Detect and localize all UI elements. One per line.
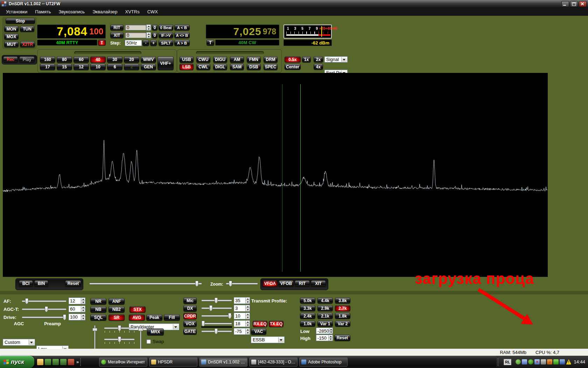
- filter-button[interactable]: 1.8k: [335, 313, 350, 319]
- band-button[interactable]: 17: [40, 64, 55, 70]
- band-button[interactable]: 6: [107, 64, 122, 70]
- display-avg-button[interactable]: Fill: [164, 314, 180, 321]
- band-button[interactable]: 10: [90, 64, 106, 70]
- tray-megafon-icon[interactable]: [528, 359, 533, 364]
- tray-network-icon[interactable]: [522, 359, 527, 364]
- cpdr-spinner[interactable]: [245, 313, 250, 319]
- band-button[interactable]: 20: [124, 56, 139, 63]
- zoom-4x-button[interactable]: 4x: [314, 64, 323, 70]
- quick-launch-overflow[interactable]: »: [76, 359, 79, 364]
- zoom-slider-thumb[interactable]: [229, 281, 232, 287]
- band-button[interactable]: 60: [74, 56, 89, 63]
- minimize-icon[interactable]: [561, 1, 569, 7]
- a-gt-b-button[interactable]: A > B: [174, 40, 190, 46]
- cpdr-slider[interactable]: [201, 315, 232, 317]
- agc-combo[interactable]: Custom: [3, 339, 35, 346]
- dsp-button[interactable]: SQL: [90, 314, 106, 321]
- a-lt-b-button[interactable]: A < B: [174, 25, 190, 30]
- drive-slider-thumb[interactable]: [63, 314, 66, 320]
- band-button[interactable]: GEN: [141, 64, 156, 70]
- pan-left-vslider-thumb[interactable]: [92, 328, 97, 331]
- xit-zero-button[interactable]: 0: [152, 32, 158, 38]
- x2tr-button[interactable]: X2TR: [20, 41, 35, 47]
- display-avg-button[interactable]: AVG: [129, 314, 145, 321]
- dx-slider-thumb[interactable]: [209, 305, 212, 311]
- vfo-select-button[interactable]: RIT: [295, 280, 310, 287]
- if-to-v-button[interactable]: IF->V: [159, 32, 173, 38]
- zero-beat-button[interactable]: 0 Beat: [159, 25, 173, 30]
- gate-slider-thumb[interactable]: [215, 328, 218, 334]
- mode-button[interactable]: FMN: [247, 56, 261, 63]
- panadapter-spectrum[interactable]: [3, 73, 548, 277]
- filter-button[interactable]: 4.4k: [317, 298, 333, 304]
- start-button[interactable]: пуск: [0, 356, 34, 368]
- task-button[interactable]: DnSDR v1.1.002 -- ...: [199, 357, 247, 367]
- vfoa-t-button[interactable]: T: [98, 40, 106, 46]
- step-size-field[interactable]: 50Hz: [125, 40, 142, 46]
- menu-item[interactable]: Эквалайзер: [89, 8, 121, 16]
- dsp-button[interactable]: NB: [90, 306, 106, 313]
- dsp-button[interactable]: NB2: [108, 306, 125, 313]
- vhf-plus-button[interactable]: VHF+: [158, 56, 174, 70]
- bci-button[interactable]: BCI: [19, 280, 33, 287]
- task-button[interactable]: HPSDR: [149, 357, 197, 367]
- band-button[interactable]: 40: [90, 56, 106, 63]
- xit-value-field[interactable]: 0: [125, 32, 146, 38]
- pan-position-slider[interactable]: [89, 283, 202, 285]
- mode-button[interactable]: LSB: [180, 64, 194, 70]
- vfo-select-button[interactable]: VFOB: [279, 280, 294, 287]
- stx-button[interactable]: STX: [130, 306, 146, 313]
- dx-slider[interactable]: [201, 307, 232, 309]
- mode-button[interactable]: CWL: [196, 64, 210, 70]
- band-button[interactable]: 30: [107, 56, 122, 63]
- play-button[interactable]: Play: [19, 56, 35, 63]
- filter-button[interactable]: 2.7k: [335, 305, 350, 311]
- center-button[interactable]: Center: [285, 64, 301, 70]
- vfo-select-button[interactable]: XIT: [311, 280, 326, 287]
- tray-display-icon[interactable]: [560, 359, 565, 364]
- rit-value-field[interactable]: 0: [125, 25, 146, 30]
- rit-zero-button[interactable]: 0: [152, 25, 158, 30]
- mic-button[interactable]: Mic: [183, 298, 197, 304]
- band-button[interactable]: 160: [40, 56, 55, 63]
- mon-button[interactable]: MON: [4, 26, 19, 32]
- filter-button[interactable]: 3.3k: [300, 305, 315, 311]
- mode-button[interactable]: SPEC: [264, 64, 278, 70]
- filter-button[interactable]: Var 2: [335, 321, 350, 327]
- drive-slider[interactable]: [22, 316, 66, 318]
- cpdr-value-field[interactable]: 10: [234, 313, 250, 319]
- mic-value-field[interactable]: 35: [234, 297, 250, 304]
- zoom-0-5x-button[interactable]: 0.5x: [285, 56, 301, 62]
- task-button[interactable]: Adobe Photoshop: [299, 357, 348, 367]
- filter-button[interactable]: 2.1k: [317, 313, 333, 319]
- tray-network-error-icon[interactable]: ×: [534, 359, 540, 364]
- mode-button[interactable]: DIGL: [213, 64, 227, 70]
- vox-button[interactable]: VOX: [183, 321, 197, 327]
- cpdr-button[interactable]: CPDR: [183, 313, 197, 319]
- dsp-button[interactable]: SR: [108, 314, 125, 321]
- filter-low-spinner[interactable]: [329, 328, 333, 334]
- vfoa-frequency-display[interactable]: 7,084 100: [37, 25, 106, 39]
- menu-item[interactable]: Установки: [2, 8, 31, 16]
- drive-spinner[interactable]: [81, 314, 85, 320]
- tray-volume-icon[interactable]: ♪: [547, 359, 552, 364]
- gate-spinner[interactable]: [245, 328, 250, 335]
- step-minus-button[interactable]: -: [142, 40, 149, 46]
- tray-audio-device-icon[interactable]: [541, 359, 546, 364]
- cpdr-slider-thumb[interactable]: [228, 313, 231, 319]
- agct-value-field[interactable]: 60: [69, 306, 85, 312]
- tun-button[interactable]: TUN: [20, 26, 34, 32]
- zoom-1x-button[interactable]: 1x: [302, 56, 311, 62]
- dsp-button[interactable]: NR: [90, 298, 106, 305]
- pan-balance2-slider-thumb[interactable]: [118, 336, 121, 342]
- mode-button[interactable]: USB: [180, 56, 194, 63]
- language-indicator[interactable]: RL: [504, 359, 511, 365]
- band-button[interactable]: 80: [57, 56, 72, 63]
- a-swap-b-button[interactable]: A <> B: [174, 32, 190, 38]
- af-slider-thumb[interactable]: [25, 298, 28, 304]
- mode-button[interactable]: SAM: [230, 64, 244, 70]
- pan-position-slider-thumb[interactable]: [195, 281, 198, 287]
- band-button[interactable]: 2: [124, 64, 139, 70]
- vfob-t-button[interactable]: T: [206, 40, 214, 46]
- split-button[interactable]: SPLT: [159, 40, 173, 46]
